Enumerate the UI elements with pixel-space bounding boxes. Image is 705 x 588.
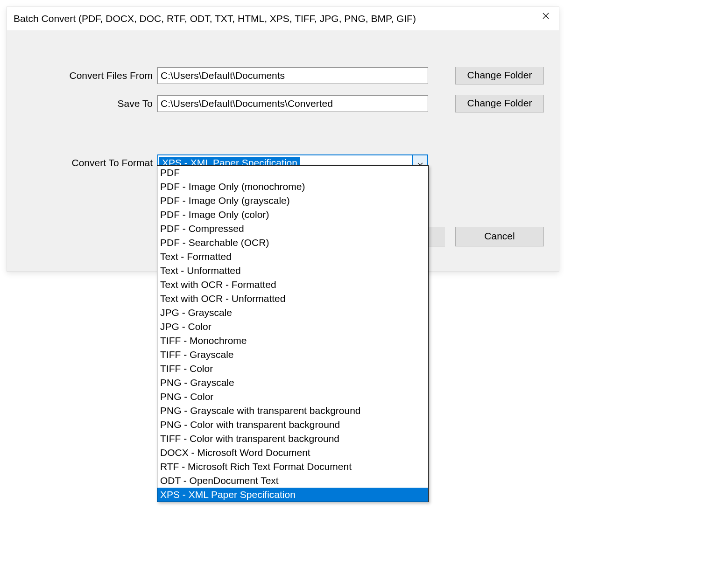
titlebar: Batch Convert (PDF, DOCX, DOC, RTF, ODT,… [7, 7, 559, 30]
label-save-to: Save To [7, 98, 157, 109]
format-option[interactable]: XPS - XML Paper Specification [157, 488, 428, 502]
format-option[interactable]: TIFF - Color [157, 362, 428, 376]
format-option[interactable]: DOCX - Microsoft Word Document [157, 446, 428, 460]
input-convert-from[interactable] [157, 67, 428, 84]
format-option[interactable]: PNG - Color [157, 390, 428, 404]
format-option[interactable]: PDF - Image Only (monochrome) [157, 180, 428, 194]
format-option[interactable]: TIFF - Monochrome [157, 334, 428, 348]
format-option[interactable]: JPG - Grayscale [157, 306, 428, 320]
format-option[interactable]: PDF - Image Only (color) [157, 208, 428, 222]
format-option[interactable]: RTF - Microsoft Rich Text Format Documen… [157, 460, 428, 474]
format-option[interactable]: PNG - Grayscale [157, 376, 428, 390]
input-save-to[interactable] [157, 95, 428, 112]
format-option[interactable]: Text with OCR - Formatted [157, 278, 428, 292]
format-option[interactable]: PDF [157, 166, 428, 180]
row-save-to: Save To Change Folder [7, 95, 559, 112]
format-option[interactable]: TIFF - Grayscale [157, 348, 428, 362]
dialog-title: Batch Convert (PDF, DOCX, DOC, RTF, ODT,… [14, 13, 416, 24]
format-option[interactable]: PNG - Grayscale with transparent backgro… [157, 404, 428, 418]
close-button[interactable] [533, 7, 559, 26]
change-folder-from-button[interactable]: Change Folder [455, 67, 544, 84]
format-option[interactable]: JPG - Color [157, 320, 428, 334]
format-option[interactable]: TIFF - Color with transparent background [157, 432, 428, 446]
close-icon [542, 11, 550, 22]
format-option[interactable]: Text - Unformatted [157, 264, 428, 278]
row-convert-from: Convert Files From Change Folder [7, 67, 559, 84]
format-option[interactable]: Text with OCR - Unformatted [157, 292, 428, 306]
format-option[interactable]: PNG - Color with transparent background [157, 418, 428, 432]
label-convert-to-format: Convert To Format [7, 157, 157, 168]
label-convert-from: Convert Files From [7, 70, 157, 81]
format-option[interactable]: PDF - Searchable (OCR) [157, 236, 428, 250]
format-option[interactable]: Text - Formatted [157, 250, 428, 264]
cancel-button[interactable]: Cancel [455, 227, 544, 246]
format-option[interactable]: PDF - Compressed [157, 222, 428, 236]
format-option[interactable]: ODT - OpenDocument Text [157, 474, 428, 488]
format-dropdown-list[interactable]: PDFPDF - Image Only (monochrome)PDF - Im… [157, 165, 429, 502]
change-folder-to-button[interactable]: Change Folder [455, 95, 544, 112]
format-option[interactable]: PDF - Image Only (grayscale) [157, 194, 428, 208]
